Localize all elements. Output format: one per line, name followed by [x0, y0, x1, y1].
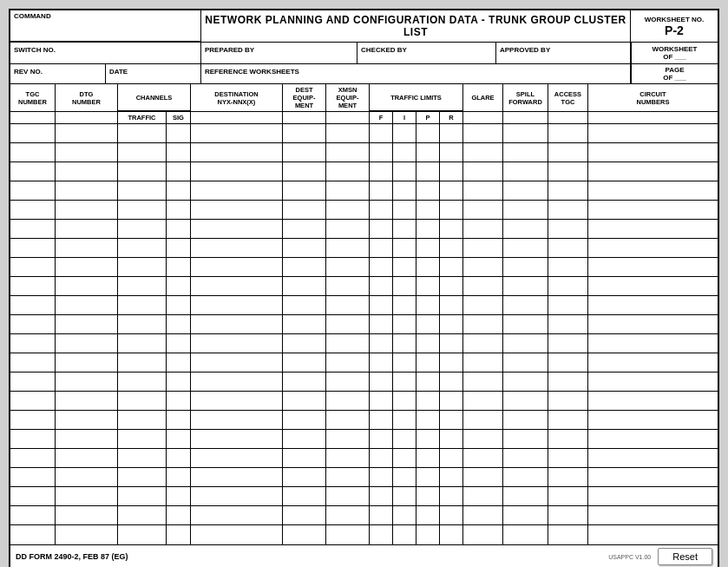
- reset-button[interactable]: Reset: [658, 548, 712, 565]
- table-cell: [588, 334, 718, 353]
- table-cell: [548, 373, 588, 391]
- table-cell: [167, 506, 191, 524]
- table-cell: [393, 315, 416, 333]
- table-cell: [56, 430, 118, 448]
- col-r: R: [440, 112, 463, 123]
- table-cell: [10, 373, 56, 391]
- second-header-row: SWITCH NO. PREPARED BY CHECKED BY APPROV…: [10, 43, 718, 64]
- title-section: NETWORK PLANNING AND CONFIGURATION DATA …: [201, 10, 631, 42]
- table-cell: [393, 334, 416, 353]
- table-cell: [416, 449, 440, 467]
- table-cell: [440, 468, 463, 486]
- table-cell: [56, 201, 118, 219]
- table-cell: [416, 430, 440, 448]
- table-row: [10, 201, 718, 220]
- table-cell: [326, 373, 370, 391]
- table-cell: [283, 334, 326, 353]
- table-cell: [118, 296, 167, 314]
- table-cell: [548, 430, 588, 448]
- table-cell: [56, 392, 118, 410]
- table-cell: [118, 468, 167, 486]
- table-cell: [588, 143, 718, 162]
- table-cell: [503, 315, 548, 333]
- table-row: [10, 315, 718, 334]
- table-cell: [56, 143, 118, 162]
- table-cell: [191, 430, 283, 448]
- table-cell: [503, 143, 548, 162]
- worksheet-no-section: WORKSHEET NO. P-2: [631, 10, 718, 42]
- table-cell: [283, 239, 326, 257]
- table-cell: [548, 353, 588, 372]
- table-cell: [191, 487, 283, 505]
- table-cell: [393, 525, 416, 544]
- table-cell: [370, 392, 393, 410]
- table-cell: [283, 373, 326, 391]
- table-cell: [416, 162, 440, 181]
- table-cell: [167, 411, 191, 429]
- table-cell: [548, 277, 588, 295]
- table-cell: [548, 296, 588, 314]
- table-cell: [283, 315, 326, 333]
- table-cell: [326, 449, 370, 467]
- table-cell: [167, 353, 191, 372]
- bottom-bar: DD FORM 2490-2, FEB 87 (EG) USAPPC V1.00…: [10, 544, 718, 567]
- table-cell: [370, 468, 393, 486]
- table-cell: [191, 162, 283, 181]
- table-cell: [326, 239, 370, 257]
- col-sig-sub: SIG: [167, 112, 191, 123]
- checked-by-label: CHECKED BY: [361, 46, 407, 54]
- table-cell: [191, 220, 283, 238]
- table-cell: [548, 449, 588, 467]
- table-cell: [440, 373, 463, 391]
- table-cell: [393, 258, 416, 276]
- table-cell: [503, 162, 548, 181]
- table-cell: [548, 411, 588, 429]
- table-cell: [588, 315, 718, 333]
- table-cell: [283, 449, 326, 467]
- table-cell: [548, 506, 588, 524]
- table-cell: [548, 162, 588, 181]
- table-cell: [548, 468, 588, 486]
- table-cell: [191, 181, 283, 200]
- table-cell: [10, 315, 56, 333]
- table-row: [10, 258, 718, 277]
- table-cell: [118, 411, 167, 429]
- table-cell: [370, 124, 393, 142]
- table-cell: [588, 239, 718, 257]
- table-cell: [56, 296, 118, 314]
- rev-no-label: REV NO.: [14, 68, 43, 76]
- table-cell: [167, 373, 191, 391]
- table-row: [10, 525, 718, 544]
- third-header-row: REV NO. DATE REFERENCE WORKSHEETS PAGE O…: [10, 64, 718, 84]
- table-cell: [393, 239, 416, 257]
- table-cell: [463, 296, 503, 314]
- table-cell: [370, 181, 393, 200]
- table-cell: [370, 296, 393, 314]
- table-cell: [393, 449, 416, 467]
- table-cell: [463, 353, 503, 372]
- table-cell: [370, 525, 393, 544]
- table-row: [10, 162, 718, 181]
- table-cell: [326, 430, 370, 448]
- table-cell: [440, 334, 463, 353]
- command-section: COMMAND: [10, 10, 201, 42]
- table-row: [10, 220, 718, 239]
- table-cell: [440, 525, 463, 544]
- table-cell: [56, 277, 118, 295]
- table-cell: [283, 162, 326, 181]
- table-cell: [167, 220, 191, 238]
- table-row: [10, 239, 718, 258]
- table-cell: [118, 506, 167, 524]
- table-cell: [56, 468, 118, 486]
- table-cell: [588, 181, 718, 200]
- table-cell: [588, 162, 718, 181]
- table-cell: [56, 373, 118, 391]
- rev-no-box: REV NO.: [10, 64, 106, 83]
- data-rows-section: [10, 124, 718, 544]
- table-cell: [10, 277, 56, 295]
- table-cell: [370, 277, 393, 295]
- table-row: [10, 487, 718, 506]
- table-cell: [416, 315, 440, 333]
- table-cell: [118, 143, 167, 162]
- table-row: [10, 430, 718, 449]
